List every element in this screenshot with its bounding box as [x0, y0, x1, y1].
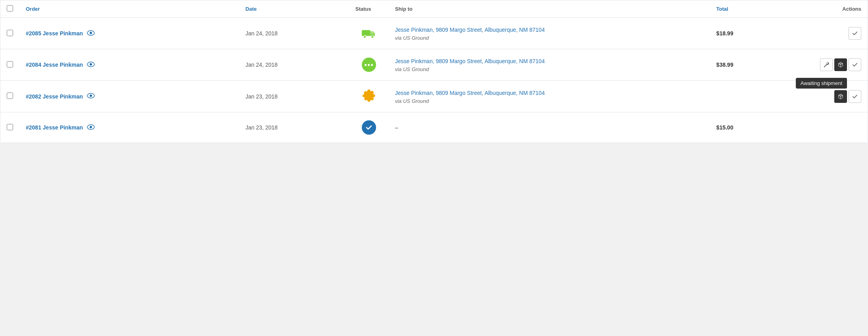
- svg-marker-16: [839, 94, 843, 96]
- eye-icon[interactable]: [87, 61, 95, 69]
- order-date: Jan 24, 2018: [246, 62, 278, 68]
- cube-button[interactable]: [834, 58, 847, 71]
- order-date: Jan 23, 2018: [246, 93, 278, 100]
- svg-point-1: [90, 32, 92, 34]
- order-cell: #2082 Jesse Pinkman: [19, 81, 239, 112]
- order-total: $15.00: [716, 124, 734, 131]
- total-cell: $15.00: [710, 112, 804, 143]
- ship-to-address[interactable]: Jesse Pinkman, 9809 Margo Street, Albuqu…: [395, 89, 704, 97]
- row-checkbox[interactable]: [7, 124, 13, 130]
- status-cell: [349, 112, 389, 143]
- svg-point-4: [371, 35, 374, 38]
- svg-point-14: [90, 95, 92, 97]
- complete-button[interactable]: [849, 27, 861, 40]
- wrench-button[interactable]: [820, 58, 833, 71]
- actions-wrap: Awaiting shipment: [810, 90, 861, 103]
- dot: [368, 64, 370, 66]
- ship-to-address[interactable]: Jesse Pinkman, 9809 Margo Street, Albuqu…: [395, 26, 704, 34]
- table-header-row: Order Date Status Ship to Total Actions: [0, 0, 868, 18]
- svg-point-3: [363, 35, 366, 38]
- ship-to-cell: Jesse Pinkman, 9809 Margo Street, Albuqu…: [389, 49, 710, 81]
- complete-button[interactable]: [849, 58, 861, 71]
- row-checkbox-cell[interactable]: [0, 49, 19, 81]
- orders-table-body: #2085 Jesse Pinkman Jan 24, 2018 Jesse P…: [0, 18, 868, 143]
- select-all-checkbox-header[interactable]: [0, 0, 19, 18]
- ship-to-via: via US Ground: [395, 35, 704, 41]
- row-checkbox[interactable]: [7, 61, 13, 68]
- status-gear-icon: [362, 89, 376, 103]
- total-cell: $38.99: [710, 49, 804, 81]
- eye-icon[interactable]: [87, 124, 95, 132]
- date-cell: Jan 23, 2018: [239, 112, 349, 143]
- total-cell: [710, 81, 804, 112]
- table-row: #2082 Jesse Pinkman Jan 23, 2018 Jesse P…: [0, 81, 868, 112]
- column-header-date[interactable]: Date: [239, 0, 349, 18]
- row-checkbox-cell[interactable]: [0, 81, 19, 112]
- status-processing-icon: [362, 58, 376, 72]
- date-cell: Jan 23, 2018: [239, 81, 349, 112]
- svg-rect-2: [362, 30, 370, 36]
- dot: [371, 64, 373, 66]
- total-cell: $18.99: [710, 18, 804, 49]
- order-total: $38.99: [716, 62, 734, 68]
- ship-to-via: via US Ground: [395, 66, 704, 72]
- svg-point-21: [90, 126, 92, 128]
- order-date: Jan 24, 2018: [246, 30, 278, 37]
- date-cell: Jan 24, 2018: [239, 18, 349, 49]
- actions-wrap: [810, 27, 861, 40]
- order-link-group: #2081 Jesse Pinkman: [26, 124, 233, 132]
- order-number-link[interactable]: #2082 Jesse Pinkman: [26, 93, 83, 100]
- orders-table: Order Date Status Ship to Total Actions: [0, 0, 868, 143]
- row-checkbox-cell[interactable]: [0, 112, 19, 143]
- actions-cell: Awaiting shipment: [804, 81, 868, 112]
- actions-cell: [804, 112, 868, 143]
- row-checkbox[interactable]: [7, 93, 13, 99]
- order-number-link[interactable]: #2081 Jesse Pinkman: [26, 124, 83, 131]
- column-header-order[interactable]: Order: [19, 0, 239, 18]
- column-header-actions: Actions: [804, 0, 868, 18]
- order-cell: #2085 Jesse Pinkman: [19, 18, 239, 49]
- orders-table-container: Order Date Status Ship to Total Actions: [0, 0, 868, 143]
- order-link-group: #2082 Jesse Pinkman: [26, 92, 233, 100]
- dot: [365, 64, 367, 66]
- ship-to-cell: –: [389, 112, 710, 143]
- ship-to-cell: Jesse Pinkman, 9809 Margo Street, Albuqu…: [389, 18, 710, 49]
- eye-icon[interactable]: [87, 92, 95, 100]
- date-cell: Jan 24, 2018: [239, 49, 349, 81]
- table-row: #2084 Jesse Pinkman Jan 24, 2018 Jesse P…: [0, 49, 868, 81]
- status-shipped-icon: [362, 26, 376, 41]
- order-number-link[interactable]: #2084 Jesse Pinkman: [26, 62, 83, 68]
- select-all-checkbox[interactable]: [7, 5, 13, 12]
- ship-to-via: via US Ground: [395, 98, 704, 104]
- ship-to-address[interactable]: Jesse Pinkman, 9809 Margo Street, Albuqu…: [395, 57, 704, 66]
- order-number-link[interactable]: #2085 Jesse Pinkman: [26, 30, 83, 37]
- status-completed-icon: [362, 120, 376, 135]
- table-row: #2081 Jesse Pinkman Jan 23, 2018 – $15.0…: [0, 112, 868, 143]
- cube-button[interactable]: [834, 90, 847, 103]
- order-total: $18.99: [716, 30, 734, 37]
- actions-cell: Assembling: [804, 49, 868, 81]
- status-cell: [349, 18, 389, 49]
- row-checkbox[interactable]: [7, 30, 13, 36]
- ship-to-empty: –: [395, 124, 398, 131]
- order-date: Jan 23, 2018: [246, 124, 278, 131]
- eye-icon[interactable]: [87, 29, 95, 38]
- complete-button[interactable]: [849, 90, 861, 103]
- order-link-group: #2084 Jesse Pinkman: [26, 61, 233, 69]
- actions-cell: [804, 18, 868, 49]
- column-header-total[interactable]: Total: [710, 0, 804, 18]
- ship-to-cell: Jesse Pinkman, 9809 Margo Street, Albuqu…: [389, 81, 710, 112]
- table-row: #2085 Jesse Pinkman Jan 24, 2018 Jesse P…: [0, 18, 868, 49]
- row-checkbox-cell[interactable]: [0, 18, 19, 49]
- status-cell: [349, 49, 389, 81]
- order-cell: #2084 Jesse Pinkman: [19, 49, 239, 81]
- order-cell: #2081 Jesse Pinkman: [19, 112, 239, 143]
- svg-marker-9: [839, 62, 843, 65]
- column-header-ship-to: Ship to: [389, 0, 710, 18]
- actions-wrap: Assembling: [810, 58, 861, 71]
- status-cell: [349, 81, 389, 112]
- svg-rect-5: [371, 31, 374, 34]
- order-link-group: #2085 Jesse Pinkman: [26, 29, 233, 38]
- svg-point-7: [90, 63, 92, 66]
- column-header-status: Status: [349, 0, 389, 18]
